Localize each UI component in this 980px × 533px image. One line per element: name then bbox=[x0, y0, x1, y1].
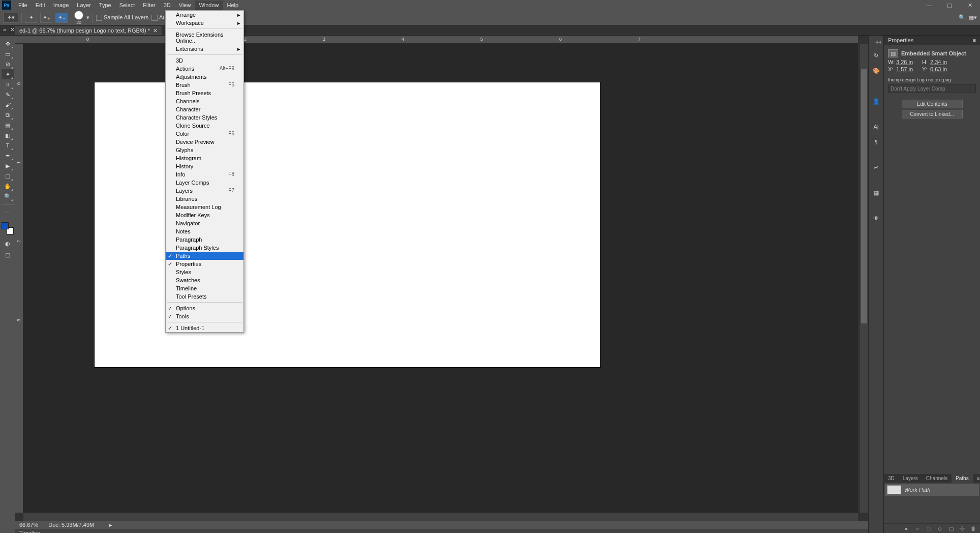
window-menu-layers[interactable]: LayersF7 bbox=[166, 187, 243, 195]
zoom-level[interactable]: 66.67% bbox=[19, 522, 38, 528]
menu-image[interactable]: Image bbox=[49, 1, 73, 10]
path-item[interactable]: Work Path bbox=[885, 484, 979, 496]
eraser-tool[interactable]: ◧ bbox=[2, 130, 14, 140]
window-menu-3d[interactable]: 3D bbox=[166, 56, 243, 65]
adjustments-panel-icon[interactable]: ✂ bbox=[871, 162, 881, 172]
zoom-tool[interactable]: 🔍 bbox=[2, 191, 14, 201]
brush-picker-arrow[interactable]: ▾ bbox=[86, 14, 89, 21]
window-menu-tools[interactable]: ✓Tools bbox=[166, 312, 243, 320]
canvas-viewport[interactable] bbox=[23, 44, 858, 513]
window-menu-arrange[interactable]: Arrange▸ bbox=[166, 11, 243, 19]
window-menu-navigator[interactable]: Navigator bbox=[166, 219, 243, 227]
convert-linked-button[interactable]: Convert to Linked... bbox=[902, 110, 963, 119]
doc-size[interactable]: Doc: 5.93M/7.49M bbox=[48, 522, 94, 528]
menu-filter[interactable]: Filter bbox=[139, 1, 159, 10]
subtract-selection-btn[interactable]: ✦₋ bbox=[55, 13, 68, 23]
prop-y[interactable]: 0.63 in bbox=[930, 66, 947, 72]
tab-layers[interactable]: Layers bbox=[899, 474, 922, 483]
scrollbar-vertical[interactable] bbox=[860, 44, 868, 513]
window-minimize[interactable]: — bbox=[919, 0, 939, 10]
window-menu-styles[interactable]: Styles bbox=[166, 268, 243, 276]
hand-tool[interactable]: ✋ bbox=[2, 181, 14, 191]
edit-contents-button[interactable]: Edit Contents bbox=[902, 100, 963, 108]
menu-edit[interactable]: Edit bbox=[32, 1, 49, 10]
styles-panel-icon[interactable]: ▦ bbox=[871, 188, 881, 198]
window-close[interactable]: ✕ bbox=[960, 0, 980, 10]
shape-tool[interactable]: ▢ bbox=[2, 171, 14, 181]
status-menu-arrow[interactable]: ▸ bbox=[109, 522, 112, 528]
window-menu-character[interactable]: Character bbox=[166, 105, 243, 113]
window-menu-character-styles[interactable]: Character Styles bbox=[166, 113, 243, 122]
prop-x[interactable]: 1.57 in bbox=[896, 66, 913, 72]
doc-close-all-icon[interactable]: ✕ bbox=[10, 26, 15, 33]
properties-panel-header[interactable]: Properties ≡ bbox=[884, 36, 980, 45]
move-tool[interactable]: ✥ bbox=[2, 39, 14, 49]
window-menu-paragraph-styles[interactable]: Paragraph Styles bbox=[166, 244, 243, 252]
document-tab[interactable]: ed-1 @ 66.7% (thump design Logo no text,… bbox=[15, 26, 162, 35]
quickmask-toggle[interactable]: ◐ bbox=[2, 239, 14, 249]
window-menu-1-untitled-1[interactable]: ✓1 Untitled-1 bbox=[166, 324, 243, 332]
window-menu-paragraph[interactable]: Paragraph bbox=[166, 235, 243, 244]
menu-layer[interactable]: Layer bbox=[73, 1, 95, 10]
sample-all-layers-option[interactable]: Sample All Layers bbox=[96, 14, 148, 21]
window-menu-swatches[interactable]: Swatches bbox=[166, 276, 243, 284]
tab-3d[interactable]: 3D bbox=[884, 474, 899, 483]
dock-expand-icon[interactable]: ◂◂ bbox=[875, 39, 881, 45]
eyedropper-tool[interactable]: ✎ bbox=[2, 90, 14, 100]
tab-channels[interactable]: Channels bbox=[922, 474, 952, 483]
foreground-swatch[interactable] bbox=[2, 222, 9, 229]
window-menu-color[interactable]: ColorF6 bbox=[166, 130, 243, 138]
window-menu-workspace[interactable]: Workspace▸ bbox=[166, 19, 243, 27]
crop-tool[interactable]: ⌗ bbox=[2, 79, 14, 90]
brush-preview[interactable] bbox=[74, 11, 83, 20]
libraries-panel-icon[interactable]: 👤 bbox=[871, 96, 881, 106]
close-tab-icon[interactable]: ✕ bbox=[153, 27, 158, 34]
window-menu-device-preview[interactable]: Device Preview bbox=[166, 138, 243, 146]
quick-select-tool[interactable]: ✦ bbox=[2, 69, 14, 79]
clone-tool[interactable]: ⧉ bbox=[2, 110, 14, 120]
window-menu-histogram[interactable]: Histogram bbox=[166, 154, 243, 162]
character-panel-icon[interactable]: A| bbox=[871, 122, 881, 132]
fill-path-icon[interactable]: ● bbox=[903, 525, 910, 532]
lasso-tool[interactable]: ⊘ bbox=[2, 59, 14, 69]
stro-path-icon[interactable]: ○ bbox=[914, 525, 921, 532]
window-menu-browse-extensions-online-[interactable]: Browse Extensions Online... bbox=[166, 31, 243, 45]
new-path-icon[interactable]: ➕ bbox=[959, 525, 966, 532]
delete-path-icon[interactable]: 🗑 bbox=[970, 525, 977, 532]
menu-3d[interactable]: 3D bbox=[160, 1, 175, 10]
window-menu-properties[interactable]: ✓Properties bbox=[166, 260, 243, 268]
menu-type[interactable]: Type bbox=[95, 1, 115, 10]
menu-file[interactable]: File bbox=[14, 1, 32, 10]
window-menu-paths[interactable]: ✓Paths bbox=[166, 252, 243, 260]
path-select-tool[interactable]: ▶ bbox=[2, 161, 14, 171]
window-menu-info[interactable]: InfoF8 bbox=[166, 170, 243, 179]
history-panel-icon[interactable]: ↻ bbox=[871, 50, 881, 61]
window-maximize[interactable]: ▢ bbox=[939, 0, 960, 10]
add-mask-icon[interactable]: ▢ bbox=[947, 525, 955, 532]
scroll-thumb-vertical[interactable] bbox=[861, 69, 867, 323]
add-selection-btn[interactable]: ✦₊ bbox=[40, 13, 52, 23]
tab-paths[interactable]: Paths bbox=[952, 474, 973, 483]
window-menu-adjustments[interactable]: Adjustments bbox=[166, 73, 243, 81]
doc-expand-icon[interactable]: » bbox=[3, 26, 6, 33]
window-menu-channels[interactable]: Channels bbox=[166, 97, 243, 105]
tool-preset-picker[interactable]: ✦▾ bbox=[3, 13, 18, 23]
marquee-tool[interactable]: ▭ bbox=[2, 49, 14, 59]
pen-tool[interactable]: ✒ bbox=[2, 151, 14, 161]
load-selection-icon[interactable]: ◌ bbox=[925, 525, 932, 532]
window-menu-history[interactable]: History bbox=[166, 162, 243, 170]
window-menu-layer-comps[interactable]: Layer Comps bbox=[166, 179, 243, 187]
window-menu-brush-presets[interactable]: Brush Presets bbox=[166, 89, 243, 97]
window-menu-notes[interactable]: Notes bbox=[166, 227, 243, 235]
window-menu-libraries[interactable]: Libraries bbox=[166, 195, 243, 203]
menu-view[interactable]: View bbox=[175, 1, 195, 10]
brush-tool[interactable]: 🖌 bbox=[2, 100, 14, 110]
search-icon[interactable]: 🔍 bbox=[959, 14, 966, 21]
panel-menu-icon[interactable]: ≡ bbox=[973, 474, 980, 483]
window-menu-measurement-log[interactable]: Measurement Log bbox=[166, 203, 243, 211]
new-selection-btn[interactable]: ✦ bbox=[25, 13, 37, 23]
screenmode-toggle[interactable]: ▢ bbox=[2, 250, 14, 260]
make-workpath-icon[interactable]: ◇ bbox=[936, 525, 943, 532]
window-menu-modifier-keys[interactable]: Modifier Keys bbox=[166, 211, 243, 219]
color-swatches[interactable] bbox=[2, 222, 14, 234]
